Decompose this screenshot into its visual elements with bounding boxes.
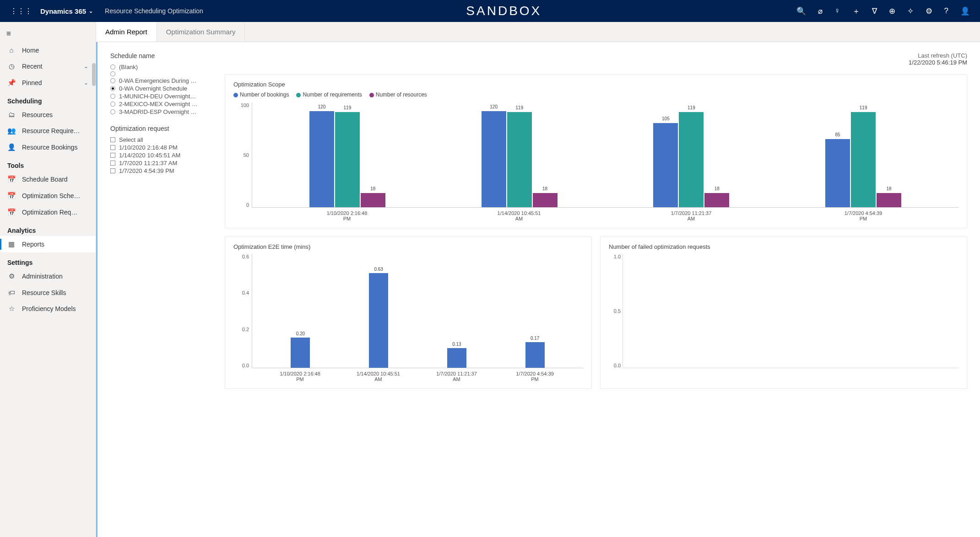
bar: 119 xyxy=(335,112,360,207)
radio-icon xyxy=(110,94,115,99)
sidebar-item-resource-bookings[interactable]: 👤Resource Bookings xyxy=(0,139,96,156)
bar-value-label: 85 xyxy=(825,132,850,137)
filters-panel: Schedule name (Blank)0-WA Emergencies Du… xyxy=(110,52,211,527)
tabs: Admin Report Optimization Summary xyxy=(96,22,980,42)
bar: 18 xyxy=(877,193,901,208)
bar: 0.17 xyxy=(525,342,545,368)
x-tick-label: 1/7/2020 4:54:39 PM xyxy=(512,371,558,382)
sidebar-item-recent[interactable]: ◷Recent⌄ xyxy=(0,58,96,75)
filter-schedule-option[interactable]: 2-MEXICO-MEX Overnight … xyxy=(110,100,211,108)
bar: 0.13 xyxy=(447,348,466,368)
top-bar: ⋮⋮⋮ Dynamics 365 ⌄ Resource Scheduling O… xyxy=(0,0,980,22)
bar: 85 xyxy=(825,139,850,207)
filter-request-select-all[interactable]: Select all xyxy=(110,136,211,144)
legend-dot xyxy=(233,93,238,97)
sidebar-item-schedule-board[interactable]: 📅Schedule Board xyxy=(0,171,96,188)
filter-schedule-option[interactable]: (Blank) xyxy=(110,63,211,71)
filter-schedule-label: 0-WA Emergencies During … xyxy=(119,77,196,84)
y-axis: 100500 xyxy=(233,102,252,208)
bar-value-label: 119 xyxy=(679,105,704,110)
bar-value-label: 18 xyxy=(704,186,729,191)
refresh-value: 1/22/2020 5:46:19 PM xyxy=(225,59,967,66)
tab-optimization-summary[interactable]: Optimization Summary xyxy=(157,22,245,42)
tab-admin-report[interactable]: Admin Report xyxy=(96,22,157,42)
x-axis: 1/10/2020 2:16:48 PM1/14/2020 10:45:51 A… xyxy=(252,371,583,382)
help-icon[interactable]: ? xyxy=(944,6,948,16)
hamburger-icon[interactable]: ≡ xyxy=(0,26,96,42)
bar-value-label: 119 xyxy=(851,105,876,110)
calendar-icon: 📅 xyxy=(7,175,16,183)
bookings-icon: 👤 xyxy=(7,143,16,151)
sidebar-item-administration[interactable]: ⚙Administration xyxy=(0,268,96,285)
app-launcher-icon[interactable]: ⋮⋮⋮ xyxy=(5,7,37,16)
gear-icon[interactable]: ⚙ xyxy=(926,6,932,16)
filter-icon[interactable]: ∇ xyxy=(872,6,877,16)
sidebar-item-resource-skills[interactable]: 🏷Resource Skills xyxy=(0,285,96,301)
chevron-down-icon: ⌄ xyxy=(84,63,88,70)
sidebar-item-label: Optimization Req… xyxy=(22,209,77,216)
filter-schedule-option[interactable]: 0-WA Emergencies During … xyxy=(110,77,211,85)
content: Admin Report Optimization Summary Schedu… xyxy=(96,22,980,537)
home-icon: ⌂ xyxy=(7,46,16,54)
filter-schedule-option[interactable]: 3-MADRID-ESP Overnight … xyxy=(110,108,211,116)
x-tick-label: 1/7/2020 11:21:37 AM xyxy=(668,210,714,221)
task-icon[interactable]: ⌀ xyxy=(818,6,823,16)
bar-value-label: 119 xyxy=(335,105,360,110)
chart-legend: Number of bookingsNumber of requirements… xyxy=(233,91,958,98)
search-icon[interactable]: 🔍 xyxy=(796,6,806,16)
filter-request-label: 1/14/2020 10:45:51 AM xyxy=(119,152,180,159)
filter-request-option[interactable]: 1/7/2020 11:21:37 AM xyxy=(110,159,211,167)
brand-dropdown[interactable]: Dynamics 365 ⌄ xyxy=(37,7,97,15)
sidebar: ≡ ⌂Home ◷Recent⌄ 📌Pinned⌄ Scheduling 🗂Re… xyxy=(0,22,96,537)
filter-request-option[interactable]: 1/7/2020 4:54:39 PM xyxy=(110,167,211,175)
sidebar-item-resource-requirements[interactable]: 👥Resource Require… xyxy=(0,123,96,139)
filter-request-label: 1/10/2020 2:16:48 PM xyxy=(119,144,178,151)
app-name: Resource Scheduling Optimization xyxy=(97,7,211,15)
filter-request-option[interactable]: 1/14/2020 10:45:51 AM xyxy=(110,151,211,159)
sidebar-item-label: Reports xyxy=(22,241,44,248)
x-tick-label: 1/14/2020 10:45:51 AM xyxy=(356,371,401,382)
filter-title-schedule: Schedule name xyxy=(110,52,211,59)
add-record-icon[interactable]: ⊕ xyxy=(889,6,895,16)
legend-item: Number of resources xyxy=(369,91,427,98)
sidebar-item-reports[interactable]: ▦Reports xyxy=(0,236,96,252)
chart-title: Optimization Scope xyxy=(233,81,958,88)
checkbox-icon xyxy=(110,153,115,158)
sidebar-item-resources[interactable]: 🗂Resources xyxy=(0,107,96,123)
sidebar-item-pinned[interactable]: 📌Pinned⌄ xyxy=(0,75,96,91)
filter-schedule-label: 0-WA Overnight Schedule xyxy=(119,85,187,92)
bar: 18 xyxy=(361,193,385,208)
filter-schedule-option[interactable] xyxy=(110,71,211,77)
sidebar-item-optimization-schedules[interactable]: 📅Optimization Sche… xyxy=(0,188,96,204)
filter-schedule-option[interactable]: 0-WA Overnight Schedule xyxy=(110,85,211,92)
sidebar-item-home[interactable]: ⌂Home xyxy=(0,42,96,58)
bulb-icon[interactable]: ♀ xyxy=(834,6,840,16)
sidebar-group-scheduling: Scheduling xyxy=(0,91,96,107)
checkbox-icon xyxy=(110,161,115,166)
bar-value-label: 0.20 xyxy=(291,331,310,336)
sidebar-item-optimization-requests[interactable]: 📅Optimization Req… xyxy=(0,204,96,220)
sidebar-item-label: Home xyxy=(22,47,39,54)
sidebar-item-proficiency-models[interactable]: ☆Proficiency Models xyxy=(0,301,96,317)
bar: 18 xyxy=(704,193,729,208)
tab-label: Admin Report xyxy=(105,28,147,36)
x-axis: 1/10/2020 2:16:48 PM1/14/2020 10:45:51 A… xyxy=(252,210,958,221)
user-icon[interactable]: 👤 xyxy=(960,6,970,16)
checkbox-icon xyxy=(110,137,115,142)
sidebar-item-label: Recent xyxy=(22,63,42,70)
sidebar-item-label: Administration xyxy=(22,273,63,280)
filter-request-option[interactable]: 1/10/2020 2:16:48 PM xyxy=(110,144,211,151)
bar-value-label: 119 xyxy=(507,105,532,110)
legend-item: Number of requirements xyxy=(296,91,362,98)
chart-failed-requests: Number of failed optimization requests 1… xyxy=(600,236,967,389)
sidebar-item-label: Resource Require… xyxy=(22,127,80,134)
checkbox-icon xyxy=(110,145,115,150)
plus-icon[interactable]: ＋ xyxy=(852,6,860,16)
legend-dot xyxy=(369,93,374,97)
bar: 119 xyxy=(851,112,876,207)
chevron-down-icon: ⌄ xyxy=(89,8,93,14)
bar-value-label: 0.63 xyxy=(369,267,388,272)
filter-schedule-option[interactable]: 1-MUNICH-DEU Overnight… xyxy=(110,92,211,100)
tool-icon[interactable]: ✧ xyxy=(907,6,914,16)
chart-title: Optimization E2E time (mins) xyxy=(233,243,583,250)
